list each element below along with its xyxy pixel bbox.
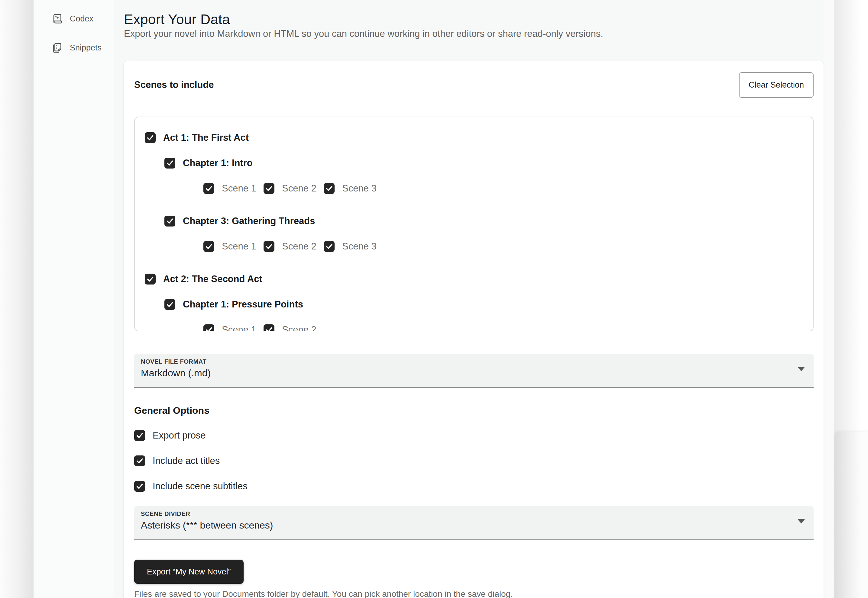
export-settings-card: Scenes to include Clear Selection Act 1:…	[123, 61, 824, 598]
scene-divider-label: SCENE DIVIDER	[141, 510, 807, 517]
act-checkbox[interactable]	[145, 274, 156, 284]
scene-label: Scene 2	[282, 324, 313, 331]
act-checkbox[interactable]	[145, 132, 156, 143]
chapter-checkbox[interactable]	[164, 299, 175, 310]
option-label: Include act titles	[153, 456, 220, 466]
option-label: Include scene subtitles	[153, 481, 247, 492]
novel-file-format-value: Markdown (.md)	[141, 368, 807, 379]
scene-item: Scene 2	[264, 183, 313, 194]
novel-file-format-select[interactable]: NOVEL FILE FORMAT Markdown (.md)	[134, 354, 814, 388]
sidebar-item-snippets[interactable]: Snippets	[33, 37, 114, 58]
scene-checkbox[interactable]	[264, 324, 274, 331]
chapter-block: Chapter 3: Gathering ThreadsScene 1Scene…	[145, 216, 803, 252]
option-checkbox[interactable]	[134, 481, 145, 492]
clear-selection-button[interactable]: Clear Selection	[739, 72, 814, 98]
scene-label: Scene 1	[222, 324, 253, 331]
scenes-heading: Scenes to include	[134, 79, 214, 90]
chapter-label: Chapter 1: Intro	[183, 158, 253, 169]
scenes-row: Scene 1Scene 2	[164, 324, 803, 331]
chapter-label: Chapter 1: Pressure Points	[183, 299, 303, 310]
sidebar-item-label: Codex	[70, 14, 93, 24]
scene-checkbox[interactable]	[264, 241, 274, 252]
act-label: Act 2: The Second Act	[163, 274, 262, 284]
novel-file-format-label: NOVEL FILE FORMAT	[141, 358, 807, 365]
chevron-down-icon	[797, 367, 805, 371]
option-label: Export prose	[153, 430, 206, 441]
scene-item: Scene 1	[203, 183, 253, 194]
scene-checkbox[interactable]	[264, 183, 274, 194]
scene-label: Scene 2	[282, 241, 313, 252]
act-row: Act 1: The First Act	[145, 132, 803, 143]
scene-checkbox[interactable]	[203, 324, 214, 331]
export-note: Files are saved to your Documents folder…	[134, 589, 814, 598]
scenes-row: Scene 1Scene 2Scene 3	[164, 183, 803, 194]
scene-divider-select[interactable]: SCENE DIVIDER Asterisks (*** between sce…	[134, 506, 814, 540]
scene-item: Scene 3	[324, 241, 373, 252]
option-checkbox[interactable]	[134, 456, 145, 466]
sidebar-item-codex[interactable]: Codex	[33, 8, 114, 30]
chapter-block: Chapter 1: Pressure PointsScene 1Scene 2	[145, 299, 803, 331]
general-option-row: Export prose	[134, 430, 814, 441]
chevron-down-icon	[797, 519, 805, 523]
chapter-checkbox[interactable]	[164, 216, 175, 227]
scene-tree-box[interactable]: Act 1: The First ActChapter 1: IntroScen…	[134, 117, 814, 331]
main-area: Export Your Data Export your novel into …	[114, 0, 868, 598]
export-button[interactable]: Export “My New Novel”	[134, 560, 244, 584]
scene-label: Scene 1	[222, 241, 253, 252]
sidebar: CodexSnippets	[33, 0, 114, 598]
chapter-row: Chapter 1: Intro	[164, 158, 803, 169]
chapter-row: Chapter 1: Pressure Points	[164, 299, 803, 310]
left-edge-gradient	[0, 0, 33, 598]
general-option-row: Include act titles	[134, 456, 814, 466]
right-rail-lower-panel	[835, 432, 868, 598]
scene-checkbox[interactable]	[324, 241, 334, 252]
page-title: Export Your Data	[124, 11, 230, 27]
sidebar-item-label: Snippets	[70, 43, 102, 52]
scene-item: Scene 1	[203, 324, 253, 331]
option-checkbox[interactable]	[134, 430, 145, 441]
scenes-row: Scene 1Scene 2Scene 3	[164, 241, 803, 252]
act-section: Act 1: The First ActChapter 1: IntroScen…	[145, 132, 803, 252]
scene-checkbox[interactable]	[203, 241, 214, 252]
scene-divider-value: Asterisks (*** between scenes)	[141, 520, 807, 531]
scene-item: Scene 2	[264, 324, 313, 331]
act-section: Act 2: The Second ActChapter 1: Pressure…	[145, 274, 803, 331]
scene-item: Scene 3	[324, 183, 373, 194]
scene-item: Scene 1	[203, 241, 253, 252]
scenes-section-header: Scenes to include Clear Selection	[134, 72, 814, 98]
general-option-row: Include scene subtitles	[134, 481, 814, 492]
scene-label: Scene 2	[282, 183, 313, 194]
act-label: Act 1: The First Act	[163, 132, 249, 143]
chapter-row: Chapter 3: Gathering Threads	[164, 216, 803, 227]
scene-label: Scene 1	[222, 183, 253, 194]
chapter-label: Chapter 3: Gathering Threads	[183, 216, 315, 227]
scene-label: Scene 3	[342, 241, 373, 252]
right-rail-strip	[825, 0, 835, 598]
scene-checkbox[interactable]	[203, 183, 214, 194]
codex-book-icon	[51, 12, 64, 25]
right-edge-decoration	[825, 0, 868, 598]
scene-checkbox[interactable]	[324, 183, 334, 194]
scene-label: Scene 3	[342, 183, 373, 194]
scene-item: Scene 2	[264, 241, 313, 252]
chapter-checkbox[interactable]	[164, 158, 175, 169]
act-row: Act 2: The Second Act	[145, 274, 803, 284]
chapter-block: Chapter 1: IntroScene 1Scene 2Scene 3	[145, 158, 803, 194]
snippets-icon	[51, 41, 64, 54]
page-subtitle: Export your novel into Markdown or HTML …	[124, 28, 603, 39]
general-options-heading: General Options	[134, 405, 814, 416]
